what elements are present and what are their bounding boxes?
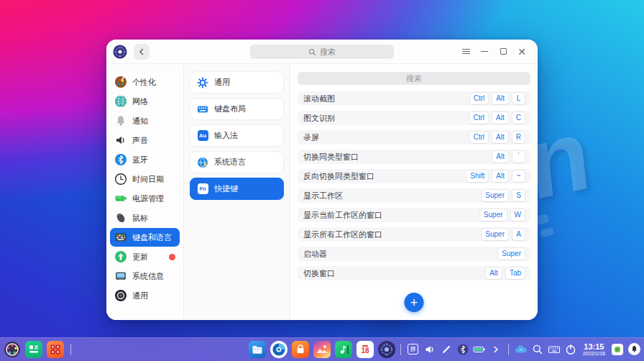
launcher-icon[interactable] (4, 341, 21, 358)
sidebar-item-label: 声音 (132, 135, 148, 146)
shortcuts-panel: 搜索 滚动截图 CtrlAltL 图文识别 CtrlAltC 录屏 CtrlAl… (290, 64, 538, 320)
shortcut-row[interactable]: 切换窗口 AltTab (298, 266, 530, 280)
input-method-icon: Au (197, 130, 208, 142)
keycap[interactable]: Ctrl (470, 132, 489, 143)
sidebar-item-general[interactable]: 通用 (110, 286, 180, 305)
tab-input-method[interactable]: Au 输入法 (190, 124, 284, 147)
file-manager-icon[interactable] (249, 341, 266, 358)
shortcut-row[interactable]: 切换同类型窗口 Alt` (298, 150, 530, 164)
calendar-icon[interactable]: 18 (356, 341, 374, 358)
keycap[interactable]: Super (482, 229, 508, 240)
tab-keyboard-layout[interactable]: 键盘布局 (190, 98, 284, 120)
battery-tray-icon[interactable] (473, 343, 486, 356)
keycap[interactable]: Tab (506, 268, 525, 279)
keycap[interactable]: S (512, 190, 525, 201)
maximize-button[interactable] (494, 43, 512, 60)
wallpaper-watermark-fragment (540, 227, 554, 237)
sidebar-item-updates[interactable]: 更新 (110, 247, 180, 266)
sidebar-item-system-info[interactable]: 系统信息 (110, 267, 180, 285)
pen-tool-icon[interactable] (440, 343, 453, 356)
keycap[interactable]: ` (512, 151, 525, 163)
keycap[interactable]: A (512, 229, 525, 240)
sidebar-item-label: 通用 (132, 291, 148, 301)
onscreen-keyboard-icon[interactable] (548, 343, 561, 356)
sidebar-item-label: 更新 (132, 252, 148, 262)
keycap[interactable]: R (512, 132, 525, 143)
titlebar-search-input[interactable]: 搜索 (250, 45, 394, 59)
sidebar-item-notifications[interactable]: 通知 (110, 111, 180, 130)
window-menu-button[interactable] (456, 43, 475, 60)
add-shortcut-button[interactable]: + (405, 293, 424, 312)
keycap[interactable]: Super (482, 190, 508, 201)
keycap[interactable]: Alt (492, 93, 508, 104)
palette-icon (114, 76, 127, 88)
keycap[interactable]: L (512, 93, 525, 104)
shortcut-row[interactable]: 图文识别 CtrlAltC (298, 111, 530, 125)
keycap[interactable]: Ctrl (470, 112, 489, 124)
monitor-icon (114, 270, 127, 283)
dial-icon (114, 289, 127, 302)
shortcut-label: 反向切换同类型窗口 (303, 171, 374, 182)
browser-icon[interactable] (270, 341, 288, 358)
system-tray: 拼 13:15 2022/1/18 (398, 343, 640, 357)
keycap[interactable]: Shift (466, 170, 488, 182)
keycap[interactable]: Alt (492, 170, 508, 182)
keycap[interactable]: Alt (492, 151, 508, 163)
keycap[interactable]: ~ (512, 170, 525, 182)
back-button[interactable] (134, 44, 150, 60)
shortcut-row[interactable]: 录屏 CtrlAltR (298, 130, 530, 145)
keycap[interactable]: C (512, 112, 525, 124)
keycap[interactable]: Alt (492, 112, 508, 124)
clock[interactable]: 13:15 2022/1/18 (583, 343, 605, 357)
keycap[interactable]: Ctrl (470, 93, 489, 104)
middle-panel: 通用 键盘布局 Au 输入法 系统语言 Fn 快捷键 (184, 64, 290, 320)
tray-collapse-chevron-icon[interactable] (489, 343, 502, 356)
keycap[interactable]: Super (480, 209, 507, 221)
sidebar-item-power[interactable]: 电源管理 (110, 189, 180, 208)
control-center-icon[interactable] (378, 341, 395, 358)
sidebar-item-mouse[interactable]: 鼠标 (110, 209, 180, 227)
app-store-icon[interactable] (292, 341, 309, 358)
shortcuts-search-input[interactable]: 搜索 (298, 72, 530, 85)
photos-icon[interactable] (313, 341, 331, 358)
input-method-indicator[interactable]: 拼 (407, 343, 420, 356)
sidebar-item-network[interactable]: 网络 (110, 92, 180, 111)
minimize-button[interactable] (475, 43, 494, 60)
tab-system-language[interactable]: 系统语言 (190, 151, 284, 173)
keycap[interactable]: Alt (486, 268, 502, 279)
cloud-sync-icon[interactable] (515, 343, 528, 356)
sidebar-item-bluetooth[interactable]: 蓝牙 (110, 150, 180, 169)
all-apps-icon[interactable] (47, 341, 64, 358)
keycap[interactable]: Super (498, 248, 525, 260)
shortcut-row[interactable]: 显示工作区 SuperS (298, 188, 530, 203)
shortcut-row[interactable]: 滚动截图 CtrlAltL (298, 91, 530, 106)
magnifier-icon[interactable] (531, 343, 544, 356)
bell-icon (114, 114, 127, 127)
shortcut-label: 滚动截图 (303, 93, 335, 104)
bluetooth-tray-icon[interactable] (456, 343, 469, 356)
sidebar-item-time-date[interactable]: 时间日期 (110, 170, 180, 188)
shortcut-row[interactable]: 显示当前工作区的窗口 SuperW (298, 208, 530, 222)
keycap[interactable]: W (511, 209, 525, 221)
multitasking-view-icon[interactable] (25, 341, 42, 358)
sidebar-item-personalization[interactable]: 个性化 (110, 73, 180, 91)
sidebar-item-sound[interactable]: 声音 (110, 131, 180, 150)
volume-icon[interactable] (423, 343, 436, 356)
security-center-icon[interactable] (611, 343, 624, 356)
shortcut-row[interactable]: 反向切换同类型窗口 ShiftAlt~ (298, 169, 530, 183)
tab-shortcuts[interactable]: Fn 快捷键 (190, 178, 284, 200)
close-button[interactable]: ✕ (512, 43, 531, 60)
sidebar-item-label: 系统信息 (132, 271, 164, 282)
fn-key-icon: Fn (197, 183, 208, 195)
shutdown-icon[interactable] (564, 343, 577, 356)
notification-center-icon[interactable] (627, 343, 640, 356)
shortcut-row[interactable]: 启动器 Super (298, 247, 530, 261)
sidebar-item-keyboard-language[interactable]: 键盘和语言 (110, 228, 180, 247)
shortcut-row[interactable]: 显示所有工作区的窗口 SuperA (298, 227, 530, 242)
music-icon[interactable] (335, 341, 352, 358)
fn-badge-text: Fn (198, 183, 208, 194)
sidebar: 个性化 网络 通知 声音 蓝牙 时间日期 (106, 64, 184, 320)
keycap[interactable]: Alt (492, 132, 508, 143)
clock-date: 2022/1/18 (583, 351, 605, 356)
tab-general[interactable]: 通用 (190, 71, 284, 93)
